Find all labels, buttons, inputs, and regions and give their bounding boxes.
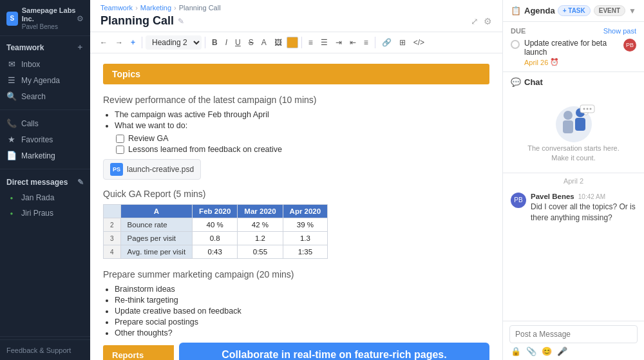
search-icon: 🔍 <box>6 91 17 101</box>
section-3-bullets: Brainstorm ideas Re-think targeting Upda… <box>103 285 489 337</box>
sidebar-header: S Samepage Labs Inc. Pavel Benes ⚙ <box>0 0 90 36</box>
user-name: Pavel Benes <box>22 23 77 30</box>
agenda-avatar: PB <box>623 39 636 52</box>
sidebar-item-calls[interactable]: 📞 Calls <box>0 115 90 131</box>
sidebar-divider <box>0 109 90 110</box>
sidebar-divider-2 <box>0 169 90 169</box>
add-task-button[interactable]: + TASK <box>558 5 591 16</box>
breadcrumb-sep-1: › <box>135 4 138 12</box>
chat-icon: 💬 <box>511 77 521 87</box>
strikethrough-button[interactable]: S <box>245 36 257 49</box>
expand-icon[interactable]: ⤢ <box>471 16 478 26</box>
section-1-checkboxes: Review GA Lessons learned from feedback … <box>103 134 489 154</box>
breadcrumb-marketing[interactable]: Marketing <box>140 4 171 12</box>
company-info: Samepage Labs Inc. Pavel Benes <box>22 6 77 30</box>
toolbar-sep-1 <box>142 37 142 48</box>
color-picker[interactable] <box>287 37 298 48</box>
underline-button[interactable]: U <box>232 36 244 49</box>
code-button[interactable]: </> <box>410 36 428 49</box>
list-button[interactable]: ≡ <box>305 36 316 49</box>
font-size-button[interactable]: A <box>258 36 270 49</box>
chat-message-text: Did I cover all the topics? Or is there … <box>531 202 636 223</box>
bold-button[interactable]: B <box>209 36 221 49</box>
link-button[interactable]: 🔗 <box>379 36 395 49</box>
checkbox-lessons[interactable] <box>116 146 124 154</box>
chat-message: PB Pavel Benes 10:42 AM Did I cover all … <box>511 193 636 223</box>
section-1: Review performance of the latest campaig… <box>103 95 489 180</box>
svg-point-8 <box>586 108 588 110</box>
agenda-title: 📋 Agenda <box>511 6 555 15</box>
mic-icon[interactable]: 🎤 <box>557 346 567 356</box>
chat-avatar-initials: PB <box>514 196 522 204</box>
list-button-2[interactable]: ☰ <box>317 36 331 49</box>
chat-date-divider: April 2 <box>503 177 644 185</box>
italic-button[interactable]: I <box>222 36 231 49</box>
topbar: Teamwork › Marketing › Planning Call Pla… <box>90 0 502 32</box>
new-dm-icon[interactable]: ✎ <box>77 178 84 187</box>
row-val-c: 0:55 <box>238 245 283 259</box>
align-button[interactable]: ≡ <box>361 36 372 49</box>
row-val-b: 0.8 <box>193 232 238 245</box>
sidebar-item-my-agenda[interactable]: ☰ My Agenda <box>0 72 90 88</box>
sidebar-item-favorites[interactable]: ★ Favorites <box>0 131 90 147</box>
agenda-icon: ☰ <box>6 75 17 85</box>
table-col-d: Apr 2020 <box>283 205 328 218</box>
add-button[interactable]: + <box>128 36 138 49</box>
dm-section-header: Direct messages ✎ <box>0 175 90 190</box>
undo-button[interactable]: ← <box>97 36 111 49</box>
sidebar-item-inbox[interactable]: ✉ Inbox <box>0 56 90 72</box>
row-val-d: 1.3 <box>283 232 328 245</box>
clock-icon: ⏰ <box>550 58 559 66</box>
marketing-icon: 📄 <box>6 151 17 160</box>
emoji-icon[interactable]: 😊 <box>542 346 552 356</box>
row-val-c: 1.2 <box>238 232 283 245</box>
indent-button[interactable]: ⇥ <box>332 36 345 49</box>
sidebar-feedback[interactable]: Feedback & Support <box>0 339 90 360</box>
checkbox-review-ga[interactable] <box>116 135 124 143</box>
chat-input[interactable] <box>509 325 638 343</box>
bullet-item: Brainstorm ideas <box>115 285 489 294</box>
page-title-row: Planning Call ✎ ⤢ ⚙ <box>100 14 492 32</box>
task-circle[interactable] <box>511 40 520 49</box>
section-1-title: Review performance of the latest campaig… <box>103 95 489 105</box>
sidebar-item-label: Jiri Praus <box>21 209 53 218</box>
chat-title-label: Chat <box>524 77 543 87</box>
sidebar-item-label: Jan Rada <box>21 193 54 202</box>
right-panel: 📋 Agenda + TASK EVENT ▼ Due Show past Up… <box>502 0 644 360</box>
row-val-d: 39 % <box>283 218 328 232</box>
sidebar-item-marketing[interactable]: 📄 Marketing <box>0 147 90 164</box>
table-row: 4 Avg. time per visit 0:43 0:55 1:35 <box>104 245 328 259</box>
breadcrumb-teamwork[interactable]: Teamwork <box>100 4 133 12</box>
table-button[interactable]: ⊞ <box>396 36 409 49</box>
table-header <box>104 205 121 218</box>
sidebar-item-label: Favorites <box>21 135 53 144</box>
heading-select[interactable]: Heading 2 Heading 1 Normal <box>146 35 202 50</box>
settings-icon[interactable]: ⚙ <box>77 14 84 23</box>
image-button[interactable]: 🖼 <box>271 36 285 49</box>
topics-bar: Topics <box>103 64 489 84</box>
right-panel-header: 📋 Agenda + TASK EVENT ▼ <box>503 0 644 22</box>
outdent-button[interactable]: ⇤ <box>346 36 359 49</box>
add-teamwork-icon[interactable]: ＋ <box>76 42 84 53</box>
bullet-item: Update creative based on feedback <box>115 307 489 316</box>
sidebar-item-jan-rada[interactable]: ● Jan Rada <box>0 190 90 205</box>
svg-point-9 <box>589 108 591 110</box>
settings-icon-topbar[interactable]: ⚙ <box>484 16 492 26</box>
file-name: launch-creative.psd <box>127 165 194 174</box>
filter-icon[interactable]: ▼ <box>629 6 636 15</box>
tooltip-bubble: Collaborate in real-time on feature-rich… <box>179 343 489 360</box>
sidebar-item-search[interactable]: 🔍 Search <box>0 88 90 104</box>
toolbar-sep-4 <box>375 37 375 48</box>
agenda-icon: 📋 <box>511 6 521 15</box>
redo-button[interactable]: → <box>112 36 126 49</box>
edit-title-icon[interactable]: ✎ <box>178 17 184 26</box>
section-3-title: Prepare summer marketing campaign (20 mi… <box>103 269 489 279</box>
reports-section: Reports Collaborate in real-time on feat… <box>103 343 489 360</box>
attach-icon[interactable]: 📎 <box>526 346 536 356</box>
show-past-button[interactable]: Show past <box>603 27 636 35</box>
teamwork-section-header: Teamwork ＋ <box>0 39 90 56</box>
file-attachment[interactable]: PS launch-creative.psd <box>103 159 201 180</box>
add-event-button[interactable]: EVENT <box>594 5 625 16</box>
sidebar-item-jiri-praus[interactable]: ● Jiri Praus <box>0 205 90 221</box>
lock-icon[interactable]: 🔒 <box>511 346 521 356</box>
